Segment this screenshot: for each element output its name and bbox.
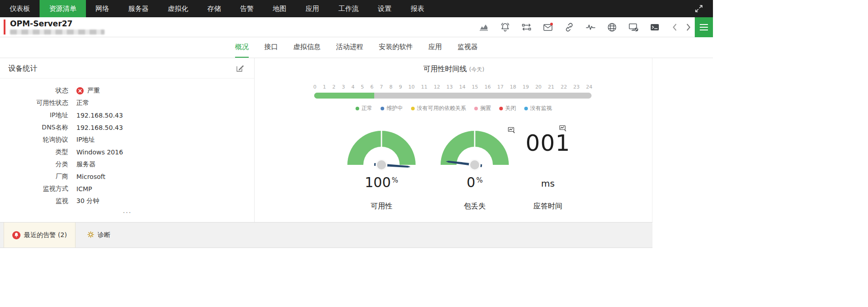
legend-dot [474,107,478,110]
mail-icon[interactable] [542,22,553,33]
nav-alarms[interactable]: 告警 [231,0,263,17]
tick-label: 9 [399,84,402,90]
device-stats-table: 状态 严重 可用性状态正常 IP地址192.168.50.43 DNS名称192… [0,84,254,207]
response-time-unit: ms [509,178,587,189]
tick-label: 23 [573,84,580,90]
response-time-value: 001 [509,130,587,156]
table-row: 轮询协议IP地址 [0,134,254,146]
tick-label: 11 [421,84,427,90]
tick-label: 20 [535,84,542,90]
table-row: 可用性状态正常 [0,97,254,109]
legend-dot [381,107,384,110]
availability-panel: 可用性时间线 (今天) 0123456789101112131415161718… [255,58,652,222]
table-row: 监视方式ICMP [0,183,254,195]
legend-item: 没有监视 [524,104,552,112]
packet-loss-value: 0% [438,174,511,190]
device-subtitle-redacted [10,30,105,35]
availability-timeline-bar[interactable] [314,93,592,99]
show-more[interactable]: ... [0,207,255,214]
tick-label: 17 [497,84,503,90]
footer-tab-diagnostics[interactable]: 诊断 [76,223,121,248]
legend-item: 维护中 [381,104,403,112]
footer-tab-recent-alarms[interactable]: 最近的告警 (2) [4,223,75,248]
availability-gauge [345,126,418,172]
device-stats-panel: 设备统计 状态 严重 可用性状态正常 IP地址192.168.50.43 DNS… [0,58,255,222]
nav-dashboard[interactable]: 仪表板 [0,0,40,17]
table-row: 分类服务器 [0,158,254,170]
bottom-panel: 最近的告警 (2) 诊断 [0,222,652,248]
tab-overview[interactable]: 概况 [235,37,249,58]
menu-icon [700,24,708,25]
availability-title: 可用性时间线 (今天) [255,64,652,74]
nav-workflow[interactable]: 工作流 [329,0,368,17]
legend-dot [499,107,503,110]
tick-label: 18 [510,84,516,90]
packet-loss-gauge-label: 包丢失 [436,202,513,211]
device-header: OPM-Server27 [0,17,713,37]
legend-dot [356,107,359,110]
tab-installed-software[interactable]: 安装的软件 [379,37,413,58]
tick-label: 12 [434,84,440,90]
nav-storage[interactable]: 存储 [198,0,231,17]
nav-network[interactable]: 网络 [86,0,119,17]
tick-label: 3 [342,84,345,90]
status-accent-bar [4,20,5,35]
nav-settings[interactable]: 设置 [368,0,401,17]
tick-label: 19 [522,84,529,90]
table-row: DNS名称192.168.50.43 [0,121,254,134]
tab-virtual-info[interactable]: 虚拟信息 [293,37,321,58]
tick-label: 21 [548,84,554,90]
nav-servers[interactable]: 服务器 [119,0,158,17]
chevron-right-icon[interactable] [686,23,691,34]
tick-label: 2 [332,84,336,90]
tick-label: 22 [561,84,567,90]
device-title: OPM-Server27 [10,19,73,28]
remote-monitor-icon[interactable] [628,22,639,33]
performance-chart-icon[interactable] [478,22,489,33]
legend-dot [524,107,528,110]
nav-maps[interactable]: 地图 [263,0,296,17]
nav-inventory[interactable]: 资源清单 [40,0,86,17]
edit-icon[interactable] [236,64,244,74]
critical-status-icon [76,87,84,94]
tick-label: 13 [447,84,453,90]
nav-reports[interactable]: 报表 [401,0,434,17]
response-graph-icon[interactable] [585,22,596,33]
device-stats-title: 设备统计 [8,64,37,74]
collapse-icon[interactable] [695,5,703,15]
tab-applications[interactable]: 应用 [428,37,442,58]
response-time-label: 应答时间 [509,202,587,211]
nav-apps[interactable]: 应用 [296,0,329,17]
interface-traffic-icon[interactable] [521,22,532,33]
legend-dot [411,107,415,110]
legend-item: 没有可用的依赖关系 [411,104,466,112]
table-row: 状态 严重 [0,84,254,97]
table-row: 厂商Microsoft [0,170,254,183]
tab-active-processes[interactable]: 活动进程 [336,37,363,58]
tick-label: 6 [370,84,373,90]
tab-interfaces[interactable]: 接口 [264,37,278,58]
nav-virtualization[interactable]: 虚拟化 [158,0,198,17]
legend-item: 正常 [356,104,372,112]
timeline-up-segment [314,93,374,99]
tick-label: 1 [323,84,326,90]
timeline-ticks: 0123456789101112131415161718192021222324 [313,84,592,90]
tick-label: 14 [459,84,466,90]
tick-label: 4 [351,84,355,90]
tab-monitors[interactable]: 监视器 [457,37,478,58]
tick-label: 5 [361,84,364,90]
globe-icon[interactable] [607,22,617,33]
menu-button[interactable] [695,17,713,37]
availability-subtitle: (今天) [469,66,484,73]
divider [0,78,254,79]
tick-label: 7 [380,84,383,90]
packet-loss-gauge [438,126,511,172]
tick-label: 16 [485,84,491,90]
legend-item: 搁置 [474,104,491,112]
chevron-left-icon[interactable] [672,23,677,34]
link-devices-icon[interactable] [564,22,575,33]
alarm-icon [12,231,20,239]
alarm-bell-icon[interactable] [500,22,511,33]
terminal-icon[interactable] [649,22,660,33]
timeline-legend: 正常 维护中 没有可用的依赖关系 搁置 关闭 没有监视 [255,104,652,112]
